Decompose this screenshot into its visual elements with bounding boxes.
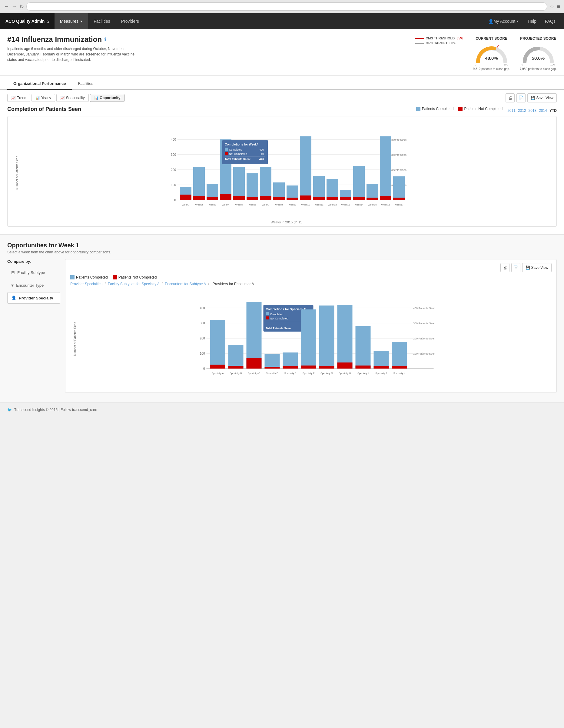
opp-bar-c-not[interactable] [247,358,262,369]
opp-bar-k-not[interactable] [392,366,407,369]
bar-week12-not-completed[interactable] [326,197,338,200]
bar-week8-not-completed[interactable] [273,197,285,200]
opp-bar-h-not[interactable] [337,362,352,369]
opp-bar-k-completed[interactable] [392,342,407,369]
opp-save-view-btn[interactable]: 💾 Save View [522,263,552,272]
nav-faqs[interactable]: FAQs [541,13,559,29]
opp-bar-b-not[interactable] [229,366,244,369]
save-view-btn[interactable]: 💾 Save View [527,93,557,102]
bar-week17-not-completed[interactable] [393,198,405,200]
cms-threshold-label: CMS THRESHOLD 55% [425,36,463,40]
year-2013[interactable]: 2013 [529,109,537,113]
info-icon[interactable]: ℹ [104,37,106,42]
year-2014[interactable]: 2014 [539,109,547,113]
svg-text:440: 440 [259,158,264,161]
back-btn[interactable]: ← [4,3,9,10]
nav-measures[interactable]: Measures ▼ [55,13,88,29]
nav-help[interactable]: Help [524,13,540,29]
compare-facility-subtype[interactable]: ⊞ Facility Subtype [7,267,60,278]
opp-bar-i-completed[interactable] [355,326,371,369]
opp-bar-a-completed[interactable] [210,320,225,369]
opportunity-btn[interactable]: 📊 Opportunity [90,94,125,102]
compare-encounter-type[interactable]: ♥ Encounter Type [7,279,60,291]
opp-bar-f-completed[interactable] [301,309,316,369]
bar-week16-not-completed[interactable] [380,196,391,200]
url-bar[interactable] [26,2,547,11]
svg-rect-64 [266,312,269,315]
opp-download-btn[interactable]: 📄 [511,263,520,272]
bar-week1-not-completed[interactable] [180,195,192,200]
svg-text:200: 200 [200,337,205,340]
nav-providers[interactable]: Providers [116,13,145,29]
opp-bar-b-completed[interactable] [229,345,244,369]
svg-line-0 [497,45,499,48]
breadcrumb-encounters[interactable]: Encounters for Subtype A [165,282,206,286]
bar-week6-completed[interactable] [247,173,258,200]
seasonality-btn[interactable]: 📈 Seasonality [56,94,89,102]
chart-toolbar: 📈 Trend 📊 Yearly 📈 Seasonality 📊 Opportu… [0,90,564,106]
org-target-row: ORG TARGET 60% [415,41,463,45]
bar-week10-completed[interactable] [300,136,311,200]
brand[interactable]: ACO Quality Admin ⌂ [0,13,55,29]
bar-week14-not-completed[interactable] [353,197,365,200]
year-2011[interactable]: 2011 [507,109,516,113]
bar-week14-completed[interactable] [353,166,365,200]
bar-week15-not-completed[interactable] [366,198,378,200]
opp-bar-d-not[interactable] [265,367,280,369]
opp-bar-i-not[interactable] [355,366,371,369]
current-score-title: CURRENT SCORE [473,36,510,41]
bar-week10-not-completed[interactable] [300,195,311,200]
opp-bar-d-completed[interactable] [265,354,280,369]
opp-print-btn[interactable]: 🖨 [500,263,509,272]
bar-week11-completed[interactable] [313,176,325,200]
download-btn[interactable]: 📄 [516,93,526,102]
print-btn[interactable]: 🖨 [506,93,515,102]
opp-bar-h-completed[interactable] [337,305,352,369]
trend-btn[interactable]: 📈 Trend [7,94,30,102]
bar-week11-not-completed[interactable] [313,197,325,200]
opp-bar-j-completed[interactable] [374,351,389,369]
bar-week6-not-completed[interactable] [247,197,258,200]
bar-week3-not-completed[interactable] [207,197,218,200]
brand-label: ACO Quality Admin [5,19,45,24]
breadcrumb-specialties[interactable]: Provider Specialties [70,282,102,286]
bar-week2-completed[interactable] [193,167,205,200]
bar-week2-not-completed[interactable] [193,196,205,200]
nav-my-account[interactable]: 👤 My Account ▼ [485,13,523,29]
tab-facilities[interactable]: Facilities [72,78,99,90]
opp-bar-j-not[interactable] [374,366,389,369]
bar-week4-not-completed[interactable] [220,194,232,200]
bar-week9-not-completed[interactable] [286,198,298,200]
star-btn[interactable]: ☆ [549,3,554,10]
svg-text:0: 0 [174,199,176,202]
opp-bar-g-completed[interactable] [319,306,334,369]
bar-week17-completed[interactable] [393,176,405,200]
bar-week5-completed[interactable] [233,167,245,200]
reload-btn[interactable]: ↻ [19,3,24,10]
menu-btn[interactable]: ≡ [557,3,560,10]
opp-bar-f-not[interactable] [301,366,316,369]
year-links: 2011 2012 2013 2014 YTD [507,109,557,113]
tab-org-performance[interactable]: Organizational Performance [7,78,72,90]
bar-week5-not-completed[interactable] [233,196,245,200]
opp-legend-completed: Patients Completed [70,275,108,279]
compare-provider-specialty[interactable]: 👤 Provider Specialty [7,292,60,304]
current-score-sub: 9,312 patients to close gap. [473,67,510,71]
breadcrumb-facility-subtypes[interactable]: Facility Subtypes for Specialty A [108,282,159,286]
bar-week7-not-completed[interactable] [260,196,272,200]
forward-btn[interactable]: → [12,3,17,10]
bar-week13-not-completed[interactable] [340,197,351,200]
chart-header-row: Completion of Patients Seen Patients Com… [7,106,557,115]
bar-week7-completed[interactable] [260,167,272,200]
yearly-btn[interactable]: 📊 Yearly [32,94,55,102]
svg-text:300: 300 [200,322,205,325]
opp-bar-g-not[interactable] [319,366,334,369]
breadcrumb: Provider Specialties / Facility Subtypes… [70,282,552,286]
year-2012[interactable]: 2012 [518,109,526,113]
bar-week12-completed[interactable] [326,179,338,200]
opp-bar-e-not[interactable] [283,366,298,369]
nav-facilities[interactable]: Facilities [88,13,115,29]
opp-bar-a-not[interactable] [210,365,225,369]
bar-week16-completed[interactable] [380,136,391,200]
year-ytd[interactable]: YTD [549,109,557,113]
